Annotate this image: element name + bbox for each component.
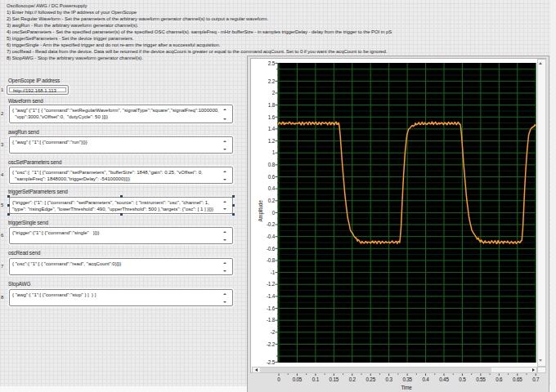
svg-text:2.5: 2.5 [268,60,276,66]
svg-text:-2.2: -2.2 [267,341,276,347]
svg-text:-1.2: -1.2 [267,281,276,287]
svg-text:0.5: 0.5 [459,376,466,382]
svg-text:0: 0 [272,210,276,216]
svg-text:0.05: 0.05 [293,376,303,382]
svg-text:0.6: 0.6 [495,376,503,382]
svg-text:0.25: 0.25 [365,376,375,382]
svg-text:0.55: 0.55 [476,376,486,382]
svg-text:0.1: 0.1 [312,376,320,382]
svg-text:-1.6: -1.6 [267,305,276,311]
svg-text:0.7: 0.7 [532,376,540,382]
svg-text:-0.6: -0.6 [267,246,276,252]
svg-text:-0.2: -0.2 [267,221,276,227]
svg-text:0: 0 [277,376,280,382]
svg-text:0.4: 0.4 [268,185,276,191]
svg-text:-1.4: -1.4 [267,293,276,299]
svg-text:Time: Time [401,385,413,390]
svg-text:0.6: 0.6 [268,174,276,180]
svg-text:0.8: 0.8 [268,162,276,167]
svg-text:0.15: 0.15 [330,376,339,382]
svg-text:0.2: 0.2 [349,376,356,382]
svg-text:Amplitude: Amplitude [258,200,264,222]
svg-text:-2: -2 [271,329,276,335]
svg-text:0.45: 0.45 [439,376,449,382]
svg-text:1.6: 1.6 [268,114,276,120]
svg-text:1.2: 1.2 [268,138,276,144]
svg-text:2: 2 [272,90,276,96]
svg-text:1.8: 1.8 [268,102,276,108]
svg-text:0.2: 0.2 [268,198,276,203]
svg-text:0.65: 0.65 [513,376,522,382]
svg-text:-1: -1 [271,270,276,275]
svg-text:-2.5: -2.5 [267,359,276,365]
svg-text:0.35: 0.35 [402,376,412,382]
svg-text:1: 1 [272,149,276,155]
svg-text:0.4: 0.4 [422,376,429,382]
svg-text:-0.8: -0.8 [267,257,276,263]
svg-text:2.2: 2.2 [268,78,276,84]
svg-text:0.3: 0.3 [386,376,393,382]
svg-text:-0.4: -0.4 [267,234,276,239]
svg-text:1.4: 1.4 [268,126,276,131]
svg-text:-1.8: -1.8 [267,317,276,323]
